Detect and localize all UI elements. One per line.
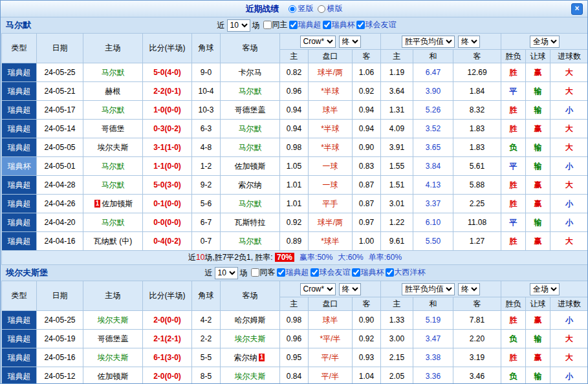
league-filter-checkbox[interactable]: 同客: [251, 267, 276, 278]
match-row: 瑞典超24-05-12佐加顿斯2-0(0-0)8-5埃尔夫斯0.84平/半1.0…: [2, 367, 588, 384]
match-row: 瑞典超24-05-25马尔默5-0(4-0)9-0卡尔马0.82球半/两1.06…: [2, 63, 588, 82]
match-row: 瑞典超24-05-19哥德堡盖2-1(2-1)2-2埃尔夫斯0.96*平/半0.…: [2, 330, 588, 348]
score-cell: 0-3(0-2): [143, 120, 192, 138]
result-cell: 胜: [501, 120, 526, 138]
corner-cell: 2-2: [192, 330, 221, 348]
league-filter-checkbox[interactable]: 瑞典杯: [352, 267, 384, 278]
date-cell: 24-04-28: [37, 176, 83, 195]
match-row: 瑞典超24-04-28马尔默5-0(3-0)9-2索尔纳1.01一球0.871.…: [2, 176, 588, 195]
sub-handicap-header-2: 盘口: [309, 297, 353, 311]
close-icon[interactable]: ×: [571, 3, 583, 15]
avg-draw-cell: 3.52: [413, 120, 453, 138]
recent-count-select-2[interactable]: 10: [215, 267, 238, 279]
league-filter-checkbox[interactable]: 球会友谊: [310, 267, 351, 278]
odds-away-cell: 1.04: [353, 367, 381, 384]
away-team-cell: 埃尔夫斯: [221, 330, 280, 348]
league-filter-checkbox[interactable]: 大西洋杯: [386, 267, 426, 278]
team1-match-rows: 瑞典超24-05-25马尔默5-0(4-0)9-0卡尔马0.82球半/两1.06…: [2, 63, 588, 251]
handicap-result-cell: 赢: [526, 176, 550, 195]
team-name: 马尔默: [102, 68, 125, 77]
summary-single-rate: 单率:60%: [369, 253, 402, 262]
odds-away-cell: 1.00: [353, 232, 381, 251]
games-label: 场: [252, 20, 260, 31]
scope-select-2[interactable]: 全场: [530, 283, 560, 295]
league-filter-checkbox[interactable]: 瑞典超: [289, 19, 321, 30]
handicap-cell: 球半/两: [309, 213, 353, 232]
avg-odds-select[interactable]: 胜平负均值: [402, 36, 455, 48]
match-row: 瑞典超24-05-16埃尔夫斯6-1(3-0)5-5索尔纳10.95平/半0.9…: [2, 348, 588, 367]
sub-result-header: 胜负: [501, 50, 526, 63]
corner-cell: 6-3: [192, 120, 221, 138]
league-filter-group: 同主瑞典超瑞典杯球会友谊: [262, 19, 397, 31]
odds-final-select-2[interactable]: 终: [339, 283, 361, 295]
team-name: 卡尔马: [239, 68, 262, 77]
sub-goals-header-2: 进球数: [550, 297, 588, 311]
checkbox-input[interactable]: [263, 21, 272, 29]
checkbox-input[interactable]: [310, 268, 319, 277]
odds-company-select-2[interactable]: Crow*: [300, 283, 336, 295]
date-cell: 24-05-12: [37, 367, 83, 384]
odds-home-cell: 0.98: [280, 138, 309, 157]
league-filter-checkbox[interactable]: 瑞典超: [277, 267, 309, 278]
team1-table-head: 类型 日期 主场 比分(半场) 角球 客场 Crow* 终 胜平负均值 终: [2, 34, 588, 63]
recent-count-select[interactable]: 10: [227, 19, 250, 32]
checkbox-input[interactable]: [386, 268, 394, 277]
corner-cell: 9-0: [192, 63, 221, 82]
odds-away-cell: 0.90: [353, 138, 381, 157]
home-team-cell: 哥德堡: [83, 120, 143, 138]
league-filter-checkbox[interactable]: 瑞典杯: [323, 19, 355, 30]
match-row: 瑞典超24-05-14哥德堡0-3(0-2)6-3马尔默0.94*半球0.944…: [2, 120, 588, 138]
result-cell: 平: [501, 157, 526, 176]
home-team-cell: 埃尔夫斯: [83, 311, 143, 330]
corner-cell: 4-8: [192, 138, 221, 157]
result-cell: 胜: [501, 195, 526, 213]
odds-group-header: Crow* 终: [280, 34, 381, 50]
league-cell: 瑞典杯: [2, 157, 37, 176]
checkbox-input[interactable]: [289, 21, 298, 29]
radio-vertical-input[interactable]: [289, 5, 296, 13]
checkbox-input[interactable]: [323, 21, 331, 29]
avg-final-select[interactable]: 终: [458, 36, 480, 48]
scope-select[interactable]: 全场: [530, 36, 560, 48]
checkbox-input[interactable]: [277, 268, 285, 277]
avg-draw-cell: 5.50: [413, 232, 453, 251]
checkbox-input[interactable]: [352, 268, 360, 277]
handicap-result-cell: 输: [526, 138, 550, 157]
avg-odds-select-2[interactable]: 胜平负均值: [402, 283, 455, 295]
score-cell: 3-1(1-0): [143, 138, 192, 157]
date-cell: 24-05-25: [37, 311, 83, 330]
date-cell: 24-05-25: [37, 63, 83, 82]
sub-avg-home-header: 主: [381, 50, 413, 63]
layout-radio-vertical[interactable]: 竖版: [289, 3, 314, 14]
layout-radio-horizontal[interactable]: 横版: [318, 3, 343, 14]
handicap-cell: 球半/两: [309, 63, 353, 82]
team-name: 马尔默: [239, 124, 262, 133]
league-filter-checkbox[interactable]: 球会友谊: [356, 19, 397, 30]
avg-away-cell: 2.20: [453, 330, 501, 348]
col-date-header-2: 日期: [37, 281, 83, 311]
result-cell: 负: [501, 367, 526, 384]
avg-final-select-2[interactable]: 终: [458, 283, 480, 295]
league-filter-checkbox[interactable]: 同主: [263, 19, 288, 30]
checkbox-input[interactable]: [251, 268, 259, 277]
radio-horizontal-input[interactable]: [318, 5, 325, 13]
handicap-cell: 球半: [309, 311, 353, 330]
checkbox-input[interactable]: [356, 21, 365, 29]
sub-handicap-header: 盘口: [309, 50, 353, 63]
odds-home-cell: 0.89: [280, 232, 309, 251]
avg-draw-cell: 6.10: [413, 213, 453, 232]
handicap-cell: *半球: [309, 82, 353, 101]
avg-group-header: 胜平负均值 终: [381, 34, 501, 50]
away-team-cell: 马尔默: [221, 120, 280, 138]
odds-away-cell: 0.94: [353, 101, 381, 120]
odds-company-select[interactable]: Crow*: [300, 36, 336, 48]
odds-away-cell: 0.94: [353, 120, 381, 138]
league-cell: 瑞典超: [2, 101, 37, 120]
away-team-cell: 哥德堡盖: [221, 101, 280, 120]
checkbox-label: 大西洋杯: [395, 267, 426, 278]
result-cell: 胜: [501, 101, 526, 120]
date-cell: 24-05-19: [37, 330, 83, 348]
red-card-icon: 1: [259, 354, 265, 361]
team1-name: 马尔默: [6, 19, 31, 31]
odds-final-select[interactable]: 终: [339, 36, 361, 48]
